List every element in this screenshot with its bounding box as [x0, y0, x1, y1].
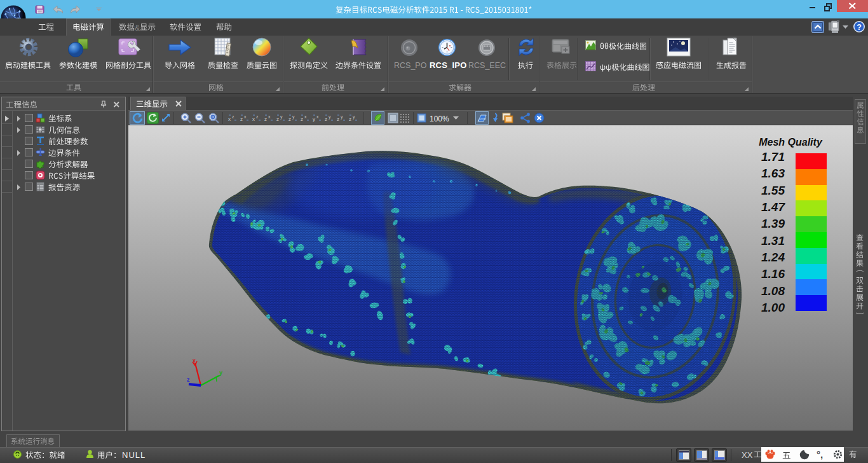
svg-text:z: z: [264, 116, 267, 122]
svg-text:x: x: [316, 114, 319, 119]
svg-text:x: x: [193, 357, 196, 364]
svg-text:z: z: [325, 116, 327, 122]
svg-text:?: ?: [857, 23, 862, 32]
svg-text:x: x: [252, 116, 255, 122]
svg-text:z: z: [288, 116, 291, 122]
svg-text:z: z: [240, 116, 243, 122]
svg-text:z: z: [187, 377, 190, 383]
svg-text:y: y: [280, 114, 283, 120]
svg-text:x: x: [228, 116, 231, 122]
svg-text:y: y: [353, 114, 355, 120]
svg-text:y: y: [292, 114, 295, 120]
svg-text:z: z: [301, 116, 303, 122]
svg-text:y: y: [313, 116, 315, 122]
svg-text:z: z: [337, 116, 339, 122]
svg-text:y: y: [329, 114, 331, 120]
svg-text:z: z: [349, 116, 351, 122]
svg-text:x: x: [244, 114, 247, 119]
svg-text:y: y: [219, 370, 222, 376]
svg-text:x: x: [304, 114, 307, 119]
svg-text:z: z: [232, 114, 234, 119]
svg-text:y: y: [341, 114, 343, 120]
svg-text:z: z: [276, 116, 279, 122]
svg-text:z: z: [256, 114, 259, 119]
svg-text:x: x: [268, 114, 271, 119]
